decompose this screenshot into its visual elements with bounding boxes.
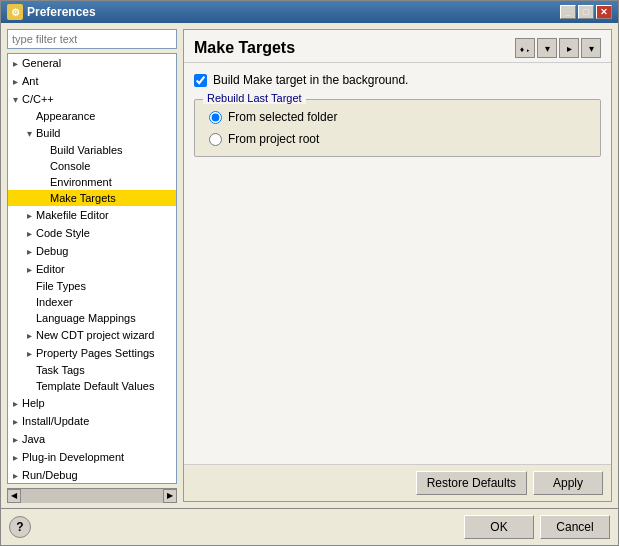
cancel-button[interactable]: Cancel [540, 515, 610, 539]
tree-item-general[interactable]: ▸General [8, 54, 176, 72]
tree-item-install-update[interactable]: ▸Install/Update [8, 412, 176, 430]
tree-label-build: Build [36, 127, 60, 139]
tree-item-build[interactable]: ▾Build [8, 124, 176, 142]
expand-icon-help[interactable]: ▸ [8, 396, 22, 410]
expand-icon-editor[interactable]: ▸ [22, 262, 36, 276]
back-button[interactable]: ⬧▸ [515, 38, 535, 58]
filter-input[interactable] [7, 29, 177, 49]
maximize-button[interactable]: □ [578, 5, 594, 19]
tree-label-install-update: Install/Update [22, 415, 89, 427]
tree-label-environment: Environment [50, 176, 112, 188]
tree-label-file-types: File Types [36, 280, 86, 292]
expand-icon-general[interactable]: ▸ [8, 56, 22, 70]
minimize-button[interactable]: _ [560, 5, 576, 19]
tree-label-ant: Ant [22, 75, 39, 87]
background-checkbox[interactable] [194, 74, 207, 87]
expand-icon-ant[interactable]: ▸ [8, 74, 22, 88]
dropdown-icon: ▾ [545, 43, 550, 54]
restore-defaults-button[interactable]: Restore Defaults [416, 471, 527, 495]
tree-item-environment[interactable]: Environment [8, 174, 176, 190]
tree-item-template-default[interactable]: Template Default Values [8, 378, 176, 394]
tree-label-run-debug: Run/Debug [22, 469, 78, 481]
scroll-right-button[interactable]: ▶ [163, 489, 177, 503]
window-title: Preferences [27, 5, 96, 19]
tree-item-property-pages[interactable]: ▸Property Pages Settings [8, 344, 176, 362]
tree-label-java: Java [22, 433, 45, 445]
window-controls: _ □ ✕ [560, 5, 612, 19]
expand-icon-install-update[interactable]: ▸ [8, 414, 22, 428]
expand-icon-cpp[interactable]: ▾ [8, 92, 22, 106]
tree-item-help[interactable]: ▸Help [8, 394, 176, 412]
tree-label-help: Help [22, 397, 45, 409]
tree-label-makefile-editor: Makefile Editor [36, 209, 109, 221]
tree-label-general: General [22, 57, 61, 69]
tree-item-appearance[interactable]: Appearance [8, 108, 176, 124]
tree-item-debug[interactable]: ▸Debug [8, 242, 176, 260]
tree-item-cpp[interactable]: ▾C/C++ [8, 90, 176, 108]
left-panel: ▸General▸Ant▾C/C++Appearance▾BuildBuild … [7, 29, 177, 502]
close-button[interactable]: ✕ [596, 5, 612, 19]
tree-label-new-cdt-project: New CDT project wizard [36, 329, 154, 341]
tree-item-makefile-editor[interactable]: ▸Makefile Editor [8, 206, 176, 224]
tree-item-build-variables[interactable]: Build Variables [8, 142, 176, 158]
from-selected-label: From selected folder [228, 110, 337, 124]
more-button[interactable]: ▾ [581, 38, 601, 58]
forward-button[interactable]: ▸ [559, 38, 579, 58]
expand-icon-code-style[interactable]: ▸ [22, 226, 36, 240]
back-icon: ⬧▸ [519, 43, 531, 54]
tree-item-make-targets[interactable]: Make Targets [8, 190, 176, 206]
expand-icon-property-pages[interactable]: ▸ [22, 346, 36, 360]
background-checkbox-row: Build Make target in the background. [194, 73, 601, 87]
from-root-row: From project root [209, 132, 586, 146]
window-icon: ⚙ [7, 4, 23, 20]
help-button[interactable]: ? [9, 516, 31, 538]
expand-icon-makefile-editor[interactable]: ▸ [22, 208, 36, 222]
background-checkbox-label: Build Make target in the background. [213, 73, 408, 87]
expand-icon-plugin-dev[interactable]: ▸ [8, 450, 22, 464]
tree-label-editor: Editor [36, 263, 65, 275]
tree-item-code-style[interactable]: ▸Code Style [8, 224, 176, 242]
scrollbar[interactable]: ◀ ▶ [7, 488, 177, 502]
expand-icon-new-cdt-project[interactable]: ▸ [22, 328, 36, 342]
tree-item-language-mappings[interactable]: Language Mappings [8, 310, 176, 326]
tree-label-property-pages: Property Pages Settings [36, 347, 155, 359]
tree-item-editor[interactable]: ▸Editor [8, 260, 176, 278]
apply-button[interactable]: Apply [533, 471, 603, 495]
tree-label-code-style: Code Style [36, 227, 90, 239]
tree-item-plugin-dev[interactable]: ▸Plug-in Development [8, 448, 176, 466]
rebuild-group: Rebuild Last Target From selected folder… [194, 99, 601, 157]
toolbar-dropdown[interactable]: ▾ [537, 38, 557, 58]
from-selected-radio[interactable] [209, 111, 222, 124]
bottom-bar: Restore Defaults Apply [184, 464, 611, 501]
tree-item-run-debug[interactable]: ▸Run/Debug [8, 466, 176, 484]
content-area: ▸General▸Ant▾C/C++Appearance▾BuildBuild … [1, 23, 618, 508]
tree-label-build-variables: Build Variables [50, 144, 123, 156]
expand-icon-java[interactable]: ▸ [8, 432, 22, 446]
scroll-left-button[interactable]: ◀ [7, 489, 21, 503]
right-content: Build Make target in the background. Reb… [184, 63, 611, 464]
tree-item-task-tags[interactable]: Task Tags [8, 362, 176, 378]
tree-item-file-types[interactable]: File Types [8, 278, 176, 294]
ok-button[interactable]: OK [464, 515, 534, 539]
expand-icon-run-debug[interactable]: ▸ [8, 468, 22, 482]
tree-label-plugin-dev: Plug-in Development [22, 451, 124, 463]
footer-buttons: OK Cancel [464, 515, 610, 539]
tree-item-ant[interactable]: ▸Ant [8, 72, 176, 90]
expand-icon-build[interactable]: ▾ [22, 126, 36, 140]
tree-item-indexer[interactable]: Indexer [8, 294, 176, 310]
tree-item-console[interactable]: Console [8, 158, 176, 174]
scroll-track[interactable] [21, 489, 163, 503]
from-root-radio[interactable] [209, 133, 222, 146]
tree-item-new-cdt-project[interactable]: ▸New CDT project wizard [8, 326, 176, 344]
tree-item-java[interactable]: ▸Java [8, 430, 176, 448]
right-header: Make Targets ⬧▸ ▾ ▸ ▾ [184, 30, 611, 63]
tree: ▸General▸Ant▾C/C++Appearance▾BuildBuild … [8, 54, 176, 484]
tree-label-make-targets: Make Targets [50, 192, 116, 204]
tree-label-cpp: C/C++ [22, 93, 54, 105]
expand-icon-debug[interactable]: ▸ [22, 244, 36, 258]
title-bar: ⚙ Preferences _ □ ✕ [1, 1, 618, 23]
tree-label-task-tags: Task Tags [36, 364, 85, 376]
tree-label-indexer: Indexer [36, 296, 73, 308]
more-icon: ▾ [589, 43, 594, 54]
forward-icon: ▸ [567, 43, 572, 54]
